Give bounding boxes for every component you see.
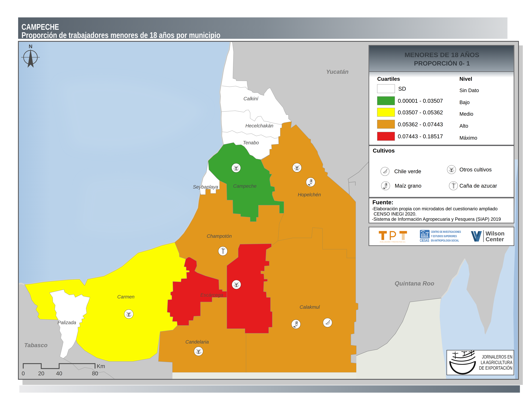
- svg-text:Bajo: Bajo: [459, 100, 470, 105]
- svg-text:Cultivos: Cultivos: [373, 148, 395, 154]
- svg-text:CENTRO DE INVESTIGACIONES: CENTRO DE INVESTIGACIONES: [431, 230, 461, 234]
- svg-text:Candelaria: Candelaria: [185, 339, 209, 345]
- svg-text:DE EXPORTACIÓN: DE EXPORTACIÓN: [479, 365, 513, 371]
- svg-text:Alto: Alto: [459, 123, 468, 129]
- svg-text:Hopelchén: Hopelchén: [298, 192, 321, 197]
- svg-text:Calakmul: Calakmul: [300, 304, 320, 310]
- svg-text:40: 40: [56, 370, 62, 377]
- svg-text:Center: Center: [485, 236, 504, 243]
- svg-text:Maíz grano: Maíz grano: [395, 183, 421, 189]
- svg-text:CENSO INEGI 2020.: CENSO INEGI 2020.: [374, 211, 417, 216]
- svg-text:Tenabo: Tenabo: [243, 140, 259, 145]
- svg-text:Carmen: Carmen: [117, 294, 134, 299]
- svg-text:Champotón: Champotón: [207, 234, 232, 239]
- svg-text:Calkiní: Calkiní: [244, 96, 259, 101]
- svg-text:Fuente:: Fuente:: [372, 199, 393, 206]
- svg-text:0.07443 - 0.18517: 0.07443 - 0.18517: [398, 133, 443, 140]
- svg-text:Km: Km: [97, 363, 105, 369]
- svg-text:EN ANTROPOLOGÍA SOCIAL: EN ANTROPOLOGÍA SOCIAL: [431, 239, 459, 242]
- svg-text:0.05362 - 0.07443: 0.05362 - 0.07443: [398, 121, 443, 128]
- svg-text:Wilson: Wilson: [485, 230, 504, 237]
- svg-text:Palizada: Palizada: [57, 320, 76, 325]
- svg-text:Hecelchakán: Hecelchakán: [245, 123, 273, 128]
- svg-text:Y ESTUDIOS SUPERIORES: Y ESTUDIOS SUPERIORES: [431, 234, 457, 238]
- svg-text:Campeche: Campeche: [233, 183, 256, 189]
- svg-text:Máximo: Máximo: [459, 135, 477, 141]
- svg-text:0.00001 - 0.03507: 0.00001 - 0.03507: [398, 98, 443, 104]
- svg-text:20: 20: [38, 370, 44, 377]
- svg-text:JORNALEROS EN: JORNALEROS EN: [482, 354, 513, 360]
- svg-text:Escárcega: Escárcega: [200, 292, 223, 298]
- svg-text:LA AGRICULTURA: LA AGRICULTURA: [481, 360, 513, 365]
- svg-text:80: 80: [92, 370, 98, 377]
- svg-text:0: 0: [22, 370, 25, 377]
- svg-text:Otros cultivos: Otros cultivos: [459, 167, 492, 172]
- svg-text:-Elaboración propia con microd: -Elaboración propia con microdatos del c…: [372, 206, 498, 211]
- svg-text:0.03507 - 0.05362: 0.03507 - 0.05362: [398, 109, 443, 116]
- svg-text:Proporción de trabajadores men: Proporción de trabajadores menores de 18…: [21, 30, 220, 40]
- svg-text:-Sistema de Información Agrope: -Sistema de Información Agropecuaria y P…: [372, 217, 501, 222]
- svg-text:MENORES DE 18 AÑOS: MENORES DE 18 AÑOS: [405, 51, 479, 58]
- svg-text:SD: SD: [398, 86, 406, 92]
- svg-text:N: N: [29, 44, 32, 49]
- svg-text:Quintana Roo: Quintana Roo: [395, 280, 434, 287]
- svg-text:CIESAS: CIESAS: [420, 238, 429, 243]
- svg-text:Caña de azucar: Caña de azucar: [459, 183, 497, 189]
- svg-text:Seybaplaya: Seybaplaya: [193, 184, 218, 189]
- svg-text:CAMPECHE: CAMPECHE: [21, 22, 59, 31]
- svg-text:EVALUACIÓN Y PROYECTOS S.C.: EVALUACIÓN Y PROYECTOS S.C.: [380, 241, 406, 243]
- svg-text:Tabasco: Tabasco: [24, 342, 48, 348]
- svg-text:Sin Dato: Sin Dato: [459, 87, 479, 93]
- svg-text:Nivel: Nivel: [459, 76, 472, 82]
- svg-text:Cuartiles: Cuartiles: [377, 76, 400, 82]
- svg-text:Medio: Medio: [459, 111, 473, 117]
- svg-text:PROPORCIÓN 0- 1: PROPORCIÓN 0- 1: [414, 60, 470, 67]
- svg-text:Chile verde: Chile verde: [394, 168, 421, 174]
- svg-text:Yucatán: Yucatán: [326, 68, 349, 75]
